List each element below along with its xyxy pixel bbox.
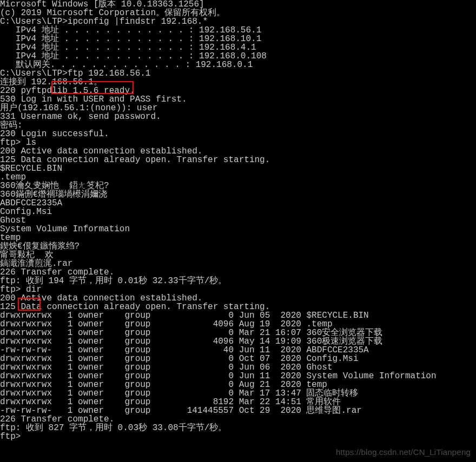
terminal-line: 226 Transfer complete. [0, 415, 476, 424]
terminal-line: IPv4 地址 . . . . . . . . . . . . : 192.16… [0, 52, 476, 61]
terminal-line: 220 pyftpdlib 1.5.6 ready. [0, 86, 476, 95]
terminal-line: IPv4 地址 . . . . . . . . . . . . : 192.16… [0, 43, 476, 52]
terminal-line: 125 Data connection already open. Transf… [0, 156, 476, 164]
terminal-line: (c) 2019 Microsoft Corporation。保留所有权利。 [0, 9, 476, 17]
terminal-output[interactable]: Microsoft Windows [版本 10.0.18363.1256](c… [0, 0, 476, 441]
terminal-line: 用户(192.168.56.1:(none)): user [0, 104, 476, 112]
terminal-line: 230 Login successful. [0, 130, 476, 138]
terminal-line: drwxrwxrwx 1 owner group 4096 May 14 19:… [0, 337, 476, 346]
terminal-line: ftp> ls [0, 138, 476, 147]
terminal-line: drwxrwxrwx 1 owner group 0 Aug 21 2020 t… [0, 380, 476, 389]
terminal-line: 226 Transfer complete. [0, 268, 476, 277]
terminal-line: temp [0, 233, 476, 242]
terminal-line: 200 Active data connection established. [0, 147, 476, 156]
terminal-line: drwxrwxrwx 1 owner group 4096 Aug 19 202… [0, 320, 476, 329]
terminal-line: 331 Username ok, send password. [0, 112, 476, 121]
terminal-line: 125 Data connection already open. Transf… [0, 303, 476, 311]
terminal-line: drwxrwxrwx 1 owner group 8192 Mar 22 14:… [0, 398, 476, 406]
terminal-line: 鎬濈淮瀵煎浘.rar [0, 259, 476, 268]
terminal-line: ftp: 收到 194 字节，用时 0.01秒 32.33千字节/秒。 [0, 277, 476, 285]
terminal-line: ftp> [0, 432, 476, 441]
terminal-line: drwxrwxrwx 1 owner group 0 Jun 06 2020 G… [0, 363, 476, 372]
terminal-line: 连接到 192.168.56.1。 [0, 78, 476, 86]
terminal-line: $RECYCLE.BIN [0, 164, 476, 173]
terminal-line: -rw-rw-rw- 1 owner group 40 Jun 11 2020 … [0, 346, 476, 354]
terminal-line: ftp> dir [0, 285, 476, 294]
terminal-line: 530 Log in with USER and PASS first. [0, 95, 476, 104]
terminal-line: 甯哥敤杞 欢 [0, 251, 476, 259]
terminal-line: 默认网关. . . . . . . . . . . . . : 192.168.… [0, 61, 476, 69]
terminal-line: ABDFCCE2335A [0, 199, 476, 207]
terminal-line: drwxrwxrwx 1 owner group 0 Mar 21 16:07 … [0, 329, 476, 337]
terminal-line: 360瀹夊叏娴忚 鍣ㄤ笅杞? [0, 182, 476, 190]
terminal-line: drwxrwxrwx 1 owner group 0 Jun 11 2020 S… [0, 372, 476, 380]
terminal-line: drwxrwxrwx 1 owner group 0 Mar 17 13:47 … [0, 389, 476, 398]
terminal-line: IPv4 地址 . . . . . . . . . . . . : 192.16… [0, 26, 476, 35]
terminal-line: C:\Users\LTP>ftp 192.168.56.1 [0, 69, 476, 78]
terminal-line: IPv4 地址 . . . . . . . . . . . . : 192.16… [0, 35, 476, 43]
terminal-line: Microsoft Windows [版本 10.0.18363.1256] [0, 0, 476, 9]
terminal-line: System Volume Information [0, 225, 476, 233]
terminal-line: 200 Active data connection established. [0, 294, 476, 303]
watermark-text: https://blog.csdn.net/CN_LiTianpeng [336, 448, 471, 457]
terminal-line: Config.Msi [0, 207, 476, 216]
terminal-line: 鍥炴€佷复鏃惰浆绉? [0, 242, 476, 251]
terminal-line: .temp [0, 173, 476, 182]
terminal-line: 密码: [0, 121, 476, 130]
terminal-line: drwxrwxrwx 1 owner group 0 Oct 07 2020 C… [0, 354, 476, 363]
terminal-line: ftp: 收到 827 字节，用时 0.03秒 33.08千字节/秒。 [0, 424, 476, 432]
terminal-line: -rw-rw-rw- 1 owner group 141445557 Oct 2… [0, 406, 476, 415]
terminal-line: Ghost [0, 216, 476, 225]
terminal-line: 360鏋侀€熸祻瑙堝櫒涓嬭浇 [0, 190, 476, 199]
terminal-line: C:\Users\LTP>ipconfig |findstr 192.168.* [0, 17, 476, 26]
terminal-line: drwxrwxrwx 1 owner group 0 Jun 05 2020 $… [0, 311, 476, 320]
